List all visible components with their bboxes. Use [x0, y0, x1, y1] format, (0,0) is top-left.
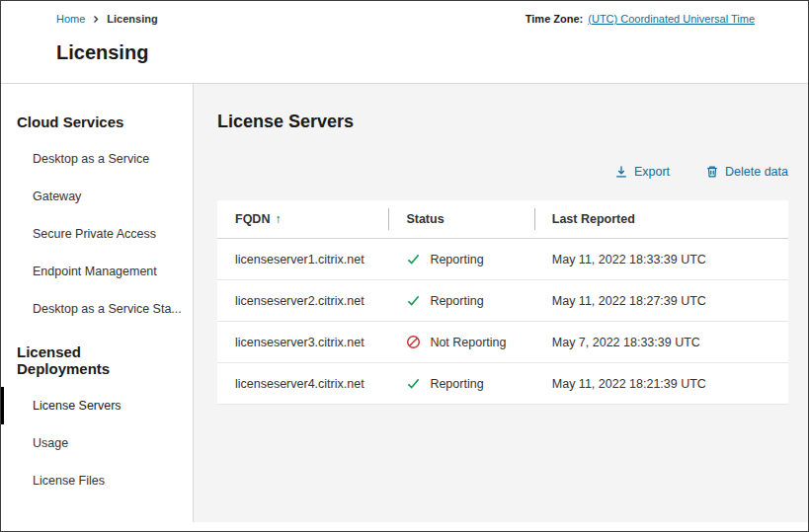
delete-data-label: Delete data [725, 165, 788, 179]
reporting-check-icon [406, 376, 421, 391]
sidebar-item[interactable]: License Servers [1, 387, 193, 424]
status-cell: Not Reporting [388, 322, 533, 363]
column-label: Last Reported [552, 212, 635, 226]
breadcrumb-home-link[interactable]: Home [56, 13, 85, 25]
top-bar: Home Licensing Time Zone: (UTC) Coordina… [1, 1, 808, 25]
sidebar-item[interactable]: License Files [1, 462, 193, 499]
status-label: Not Reporting [430, 336, 506, 349]
breadcrumb-current: Licensing [107, 13, 157, 25]
license-servers-table: FQDN↑StatusLast Reported licenseserver1.… [217, 200, 788, 405]
app-window: Home Licensing Time Zone: (UTC) Coordina… [0, 0, 809, 532]
main-content: License Servers Export Delete data FQDN↑… [194, 84, 808, 522]
sidebar-section-title: Cloud Services [1, 98, 193, 140]
sidebar-section-title: Licensed Deployments [1, 328, 193, 387]
status-label: Reporting [430, 253, 483, 266]
chevron-right-icon [92, 15, 100, 24]
reporting-check-icon [406, 293, 421, 308]
table-actions: Export Delete data [217, 165, 788, 179]
column-label: FQDN [235, 212, 270, 226]
table-row: licenseserver3.citrix.netNot ReportingMa… [217, 322, 788, 363]
export-label: Export [634, 165, 670, 179]
sidebar-item[interactable]: Usage [1, 424, 193, 462]
fqdn-cell: licenseserver2.citrix.net [217, 280, 388, 322]
status-cell: Reporting [388, 239, 533, 280]
status-label: Reporting [430, 377, 483, 391]
export-button[interactable]: Export [614, 165, 670, 179]
sidebar-item[interactable]: Gateway [1, 178, 193, 215]
column-header[interactable]: Status [388, 200, 533, 239]
table-header-row: FQDN↑StatusLast Reported [217, 200, 788, 239]
not-reporting-icon [406, 335, 421, 349]
status-wrap: Reporting [406, 376, 522, 391]
sidebar-item[interactable]: Secure Private Access [1, 215, 193, 253]
column-header[interactable]: FQDN↑ [217, 200, 388, 239]
delete-data-button[interactable]: Delete data [705, 165, 788, 179]
sidebar-item[interactable]: Desktop as a Service Sta... [1, 290, 193, 328]
reporting-check-icon [406, 252, 421, 266]
page-body: Cloud ServicesDesktop as a ServiceGatewa… [1, 84, 808, 522]
fqdn-cell: licenseserver1.citrix.net [217, 239, 388, 280]
table-row: licenseserver1.citrix.netReportingMay 11… [217, 239, 788, 280]
status-cell: Reporting [388, 280, 533, 322]
table-row: licenseserver4.citrix.netReportingMay 11… [217, 363, 788, 405]
status-wrap: Reporting [406, 293, 522, 308]
fqdn-cell: licenseserver3.citrix.net [217, 322, 388, 363]
status-wrap: Reporting [406, 252, 522, 266]
sidebar: Cloud ServicesDesktop as a ServiceGatewa… [1, 84, 194, 522]
last-reported-cell: May 11, 2022 18:27:39 UTC [534, 280, 788, 322]
export-icon [614, 165, 628, 179]
last-reported-cell: May 7, 2022 18:33:39 UTC [534, 322, 788, 363]
sort-ascending-icon: ↑ [275, 212, 281, 226]
status-label: Reporting [430, 294, 483, 308]
column-label: Status [406, 212, 444, 226]
sidebar-item[interactable]: Endpoint Management [1, 253, 193, 290]
last-reported-cell: May 11, 2022 18:33:39 UTC [534, 239, 788, 280]
page-title: Licensing [56, 41, 808, 64]
breadcrumb: Home Licensing [56, 13, 158, 25]
timezone-link[interactable]: (UTC) Coordinated Universal Time [588, 13, 755, 25]
status-wrap: Not Reporting [406, 335, 522, 349]
sidebar-item[interactable]: Desktop as a Service [1, 140, 193, 178]
timezone-label: Time Zone: [526, 13, 583, 25]
timezone: Time Zone: (UTC) Coordinated Universal T… [526, 13, 755, 25]
page-header: Home Licensing Time Zone: (UTC) Coordina… [1, 1, 808, 84]
status-cell: Reporting [388, 363, 533, 405]
table-row: licenseserver2.citrix.netReportingMay 11… [217, 280, 788, 322]
section-title: License Servers [217, 112, 788, 132]
column-header[interactable]: Last Reported [534, 200, 788, 239]
trash-icon [705, 165, 719, 179]
last-reported-cell: May 11, 2022 18:21:39 UTC [534, 363, 788, 405]
fqdn-cell: licenseserver4.citrix.net [217, 363, 388, 405]
